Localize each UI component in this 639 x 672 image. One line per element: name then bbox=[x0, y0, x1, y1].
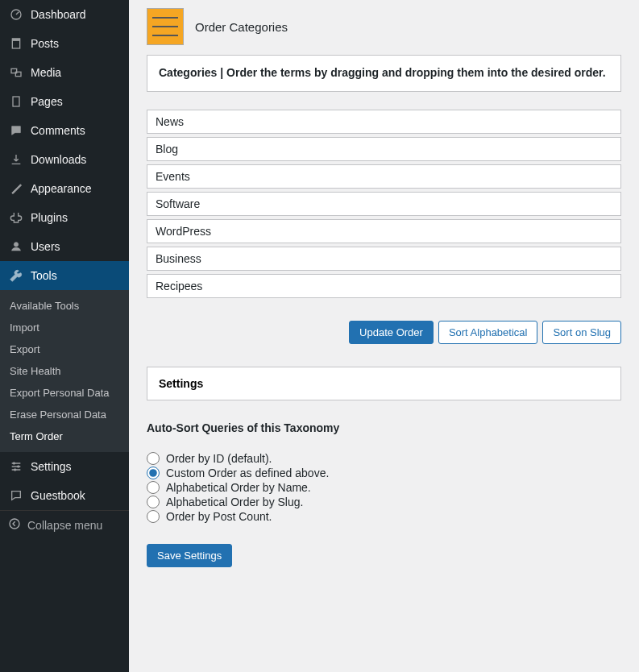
autosort-option-label: Custom Order as defined above. bbox=[166, 467, 329, 479]
downloads-icon bbox=[8, 151, 24, 168]
sidebar-item-users[interactable]: Users bbox=[0, 232, 129, 261]
collapse-menu-button[interactable]: Collapse menu bbox=[0, 510, 129, 539]
sidebar-item-label: Plugins bbox=[31, 211, 68, 224]
users-icon bbox=[8, 239, 24, 255]
autosort-radio-slug[interactable] bbox=[147, 496, 160, 508]
plugins-icon bbox=[8, 209, 24, 226]
sidebar-item-label: Comments bbox=[31, 124, 85, 137]
page-title: Order Categories bbox=[195, 20, 288, 34]
svg-point-8 bbox=[17, 466, 19, 468]
sidebar-item-label: Guestbook bbox=[31, 489, 85, 502]
sidebar-item-label: Downloads bbox=[31, 153, 86, 166]
submenu-export[interactable]: Export bbox=[0, 338, 129, 360]
tools-icon bbox=[8, 268, 24, 284]
submenu-site-health[interactable]: Site Health bbox=[0, 360, 129, 382]
category-row[interactable]: Events bbox=[147, 164, 621, 189]
svg-point-9 bbox=[14, 469, 16, 471]
dashboard-icon bbox=[8, 6, 24, 23]
sidebar-item-settings[interactable]: Settings bbox=[0, 452, 129, 481]
sidebar-item-dashboard[interactable]: Dashboard bbox=[0, 0, 129, 29]
admin-sidebar: Dashboard Posts Media Pages Comments Dow… bbox=[0, 0, 129, 672]
category-row[interactable]: WordPress bbox=[147, 219, 621, 243]
autosort-option-label: Alphabetical Order by Name. bbox=[166, 481, 311, 494]
pages-icon bbox=[8, 93, 24, 110]
settings-icon bbox=[8, 458, 24, 475]
category-row[interactable]: Software bbox=[147, 192, 621, 216]
category-row[interactable]: Business bbox=[147, 247, 621, 271]
autosort-option-label: Alphabetical Order by Slug. bbox=[166, 496, 303, 508]
category-drag-list: News Blog Events Software WordPress Busi… bbox=[147, 110, 621, 298]
autosort-option-id[interactable]: Order by ID (default). bbox=[147, 452, 621, 465]
sidebar-item-label: Tools bbox=[31, 269, 57, 282]
sidebar-item-media[interactable]: Media bbox=[0, 58, 129, 87]
svg-rect-2 bbox=[12, 39, 19, 41]
media-icon bbox=[8, 64, 24, 81]
update-order-button[interactable]: Update Order bbox=[349, 321, 434, 344]
action-button-row: Update Order Sort Alphabetical Sort on S… bbox=[147, 321, 621, 344]
order-categories-icon bbox=[147, 8, 184, 45]
sidebar-item-label: Appearance bbox=[31, 182, 92, 195]
comments-icon bbox=[8, 122, 24, 139]
autosort-option-name[interactable]: Alphabetical Order by Name. bbox=[147, 481, 621, 494]
sidebar-item-label: Dashboard bbox=[31, 8, 86, 21]
submenu-import[interactable]: Import bbox=[0, 317, 129, 338]
autosort-radio-name[interactable] bbox=[147, 481, 160, 494]
autosort-option-postcount[interactable]: Order by Post Count. bbox=[147, 510, 621, 523]
autosort-radio-id[interactable] bbox=[147, 452, 160, 465]
svg-rect-5 bbox=[13, 97, 19, 106]
autosort-radio-group: Order by ID (default). Custom Order as d… bbox=[147, 452, 621, 523]
sidebar-item-tools[interactable]: Tools bbox=[0, 261, 129, 290]
category-row[interactable]: Recipees bbox=[147, 274, 621, 298]
settings-heading-panel: Settings bbox=[147, 367, 621, 400]
svg-point-6 bbox=[14, 243, 18, 247]
submenu-term-order[interactable]: Term Order bbox=[0, 425, 129, 447]
sidebar-item-downloads[interactable]: Downloads bbox=[0, 145, 129, 174]
autosort-option-custom[interactable]: Custom Order as defined above. bbox=[147, 467, 621, 479]
category-row[interactable]: Blog bbox=[147, 137, 621, 161]
sidebar-item-appearance[interactable]: Appearance bbox=[0, 174, 129, 203]
sidebar-item-plugins[interactable]: Plugins bbox=[0, 203, 129, 232]
category-row[interactable]: News bbox=[147, 110, 621, 134]
collapse-menu-label: Collapse menu bbox=[27, 519, 102, 532]
sort-on-slug-button[interactable]: Sort on Slug bbox=[542, 321, 621, 344]
sidebar-item-comments[interactable]: Comments bbox=[0, 116, 129, 145]
guestbook-icon bbox=[8, 487, 24, 504]
autosort-option-label: Order by Post Count. bbox=[166, 510, 272, 523]
submenu-export-personal-data[interactable]: Export Personal Data bbox=[0, 382, 129, 404]
autosort-option-label: Order by ID (default). bbox=[166, 452, 272, 465]
submenu-available-tools[interactable]: Available Tools bbox=[0, 295, 129, 317]
autosort-radio-postcount[interactable] bbox=[147, 510, 160, 523]
submenu-erase-personal-data[interactable]: Erase Personal Data bbox=[0, 404, 129, 425]
autosort-option-slug[interactable]: Alphabetical Order by Slug. bbox=[147, 496, 621, 508]
sidebar-item-pages[interactable]: Pages bbox=[0, 87, 129, 116]
instruction-panel: Categories | Order the terms by dragging… bbox=[147, 55, 621, 92]
appearance-icon bbox=[8, 180, 24, 197]
sidebar-item-label: Users bbox=[31, 240, 60, 253]
main-content: Order Categories Categories | Order the … bbox=[129, 0, 639, 672]
sidebar-item-label: Posts bbox=[31, 37, 59, 50]
svg-point-7 bbox=[13, 463, 15, 465]
collapse-icon bbox=[8, 517, 21, 533]
sidebar-item-label: Settings bbox=[31, 460, 72, 473]
sidebar-item-guestbook[interactable]: Guestbook bbox=[0, 481, 129, 510]
sidebar-item-posts[interactable]: Posts bbox=[0, 29, 129, 58]
save-settings-button[interactable]: Save Settings bbox=[147, 544, 232, 567]
sort-alphabetical-button[interactable]: Sort Alphabetical bbox=[438, 321, 538, 344]
sidebar-item-label: Pages bbox=[31, 95, 63, 108]
autosort-radio-custom[interactable] bbox=[147, 467, 160, 479]
tools-submenu: Available Tools Import Export Site Healt… bbox=[0, 290, 129, 452]
sidebar-item-label: Media bbox=[31, 66, 61, 79]
posts-icon bbox=[8, 35, 24, 52]
settings-subheading: Auto-Sort Queries of this Taxonomy bbox=[147, 421, 621, 434]
svg-point-10 bbox=[10, 519, 19, 529]
page-header: Order Categories bbox=[147, 8, 621, 45]
